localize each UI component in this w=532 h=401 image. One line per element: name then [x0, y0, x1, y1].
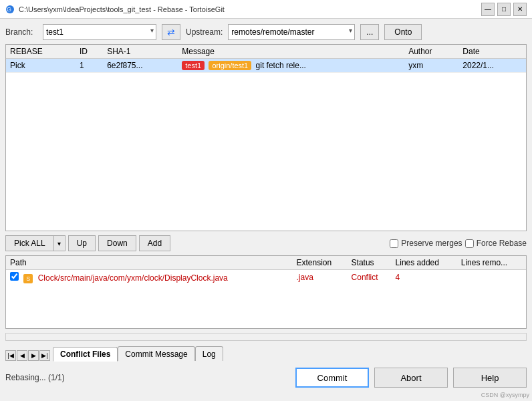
up-button[interactable]: Up: [68, 235, 96, 251]
file-extension-cell: .java: [293, 270, 348, 285]
upstream-select-wrapper: remotes/remote/master: [228, 24, 355, 40]
upstream-select[interactable]: remotes/remote/master: [228, 24, 355, 40]
col-extension: Extension: [293, 256, 348, 270]
force-rebase-text: Force Rebase: [477, 239, 527, 248]
app-icon: G: [5, 5, 15, 14]
cell-message: test1 origin/test1 git fetch rele...: [178, 59, 404, 73]
pick-all-dropdown-button[interactable]: ▾: [53, 235, 65, 251]
file-lines-removed-cell: [457, 270, 526, 285]
branch-label: Branch:: [5, 27, 37, 37]
pick-all-button[interactable]: Pick ALL: [5, 235, 53, 251]
tab-conflict-files[interactable]: Conflict Files: [53, 347, 118, 362]
add-button[interactable]: Add: [139, 235, 170, 251]
col-id: ID: [76, 45, 103, 59]
rebase-table: REBASE ID SHA-1 Message Author Date Pick…: [6, 45, 526, 73]
file-type-icon: S: [23, 274, 33, 283]
dots-button[interactable]: ...: [360, 24, 379, 40]
swap-button[interactable]: ⇄: [162, 24, 180, 40]
col-date: Date: [458, 45, 526, 59]
tab-commit-message[interactable]: Commit Message: [118, 346, 194, 361]
tab-log[interactable]: Log: [195, 346, 223, 361]
nav-prev-button[interactable]: ◀: [17, 350, 27, 361]
branch-select[interactable]: test1: [43, 24, 156, 40]
file-path-text: Clock/src/main/java/com/yxm/clock/Displa…: [38, 273, 228, 283]
svg-text:G: G: [7, 6, 11, 13]
title-bar-left: G C:\Users\yxm\IdeaProjects\tools_git_te…: [5, 5, 225, 14]
bottom-buttons: Commit Abort Help: [295, 368, 527, 388]
horizontal-scrollbar[interactable]: [5, 333, 527, 341]
file-status-cell: Conflict: [348, 270, 392, 285]
maximize-button[interactable]: □: [497, 3, 511, 16]
branch-select-wrapper: test1: [43, 24, 156, 40]
force-rebase-checkbox[interactable]: [465, 239, 474, 248]
tab-conflict-files-label: Conflict Files: [60, 350, 110, 359]
force-rebase-label[interactable]: Force Rebase: [465, 239, 527, 248]
cell-author: yxm: [404, 59, 458, 73]
tab-bar: |◀ ◀ ▶ ▶| Conflict Files Commit Message …: [5, 346, 527, 361]
col-lines-added: Lines added: [392, 256, 457, 270]
nav-buttons: |◀ ◀ ▶ ▶|: [5, 350, 50, 361]
col-sha: SHA-1: [103, 45, 178, 59]
main-content: Branch: test1 ⇄ Upstream: remotes/remote…: [0, 19, 532, 401]
abort-button[interactable]: Abort: [374, 368, 448, 388]
cell-sha: 6e2f875...: [103, 59, 178, 73]
col-rebase: REBASE: [6, 45, 76, 59]
preserve-merges-text: Preserve merges: [401, 239, 462, 248]
nav-last-button[interactable]: ▶|: [39, 350, 50, 361]
status-text: Rebasing... (1/1): [5, 373, 65, 382]
commit-button[interactable]: Commit: [295, 368, 369, 388]
preserve-merges-label[interactable]: Preserve merges: [390, 239, 462, 248]
file-lines-added-cell: 4: [392, 270, 457, 285]
title-bar-controls: — □ ✕: [481, 3, 527, 16]
files-container: Path Extension Status Lines added Lines …: [5, 255, 527, 329]
col-message: Message: [178, 45, 404, 59]
table-row[interactable]: Pick 1 6e2f875... test1 origin/test1 git…: [6, 59, 526, 73]
cell-id: 1: [76, 59, 103, 73]
tag-test1: test1: [182, 61, 205, 70]
watermark: CSDN @xysympy: [481, 392, 529, 398]
tab-commit-message-label: Commit Message: [125, 350, 187, 359]
minimize-button[interactable]: —: [481, 3, 495, 16]
file-checkbox[interactable]: [10, 272, 19, 281]
tag-origin-test1: origin/test1: [209, 61, 251, 70]
cell-action: Pick: [6, 59, 76, 73]
cell-date: 2022/1...: [458, 59, 526, 73]
upstream-label: Upstream:: [186, 27, 223, 37]
toolbar-row: Pick ALL ▾ Up Down Add Preserve merges F…: [5, 235, 527, 251]
rebase-table-container: REBASE ID SHA-1 Message Author Date Pick…: [5, 44, 527, 231]
col-author: Author: [404, 45, 458, 59]
branch-row: Branch: test1 ⇄ Upstream: remotes/remote…: [5, 24, 527, 40]
window-title: C:\Users\yxm\IdeaProjects\tools_git_test…: [19, 5, 225, 13]
col-status: Status: [348, 256, 392, 270]
bottom-row: Rebasing... (1/1) Commit Abort Help: [5, 365, 527, 389]
pick-all-split-button: Pick ALL ▾: [5, 235, 65, 251]
down-button[interactable]: Down: [98, 235, 136, 251]
title-bar: G C:\Users\yxm\IdeaProjects\tools_git_te…: [0, 0, 532, 19]
file-row[interactable]: S Clock/src/main/java/com/yxm/clock/Disp…: [6, 270, 526, 285]
close-button[interactable]: ✕: [513, 3, 527, 16]
col-path: Path: [6, 256, 293, 270]
help-button[interactable]: Help: [453, 368, 527, 388]
nav-first-button[interactable]: |◀: [5, 350, 16, 361]
onto-button[interactable]: Onto: [384, 24, 422, 40]
nav-next-button[interactable]: ▶: [28, 350, 39, 361]
file-path-cell: S Clock/src/main/java/com/yxm/clock/Disp…: [6, 270, 293, 285]
tab-log-label: Log: [203, 350, 216, 359]
col-lines-removed: Lines remo...: [457, 256, 526, 270]
files-table: Path Extension Status Lines added Lines …: [6, 256, 526, 285]
preserve-merges-checkbox[interactable]: [390, 239, 398, 248]
